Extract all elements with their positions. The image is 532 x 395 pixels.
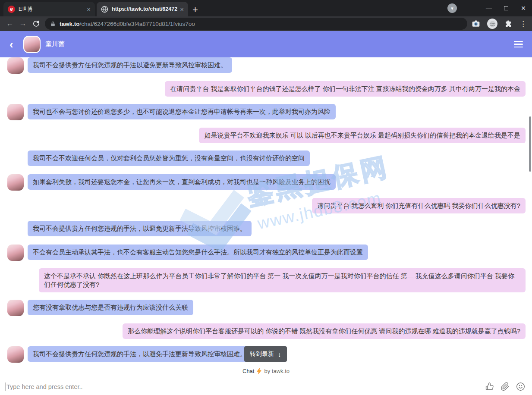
message-bubble: 如果套利失败，我司还要退您本金，让您再来一次，直到套利成功，对我司也是一种风险及… <box>28 174 336 190</box>
maximize-button[interactable] <box>497 0 515 16</box>
chat-message: 不会有会员主动承认其手法，也不会有客服主动告知您您是什么手法。所以我司才有独立的… <box>0 245 532 261</box>
agent-avatar <box>7 57 24 74</box>
new-tab-button[interactable]: + <box>192 6 198 14</box>
chat-message: 如果说贵平台不欢迎我来娱乐 可以 以后再也不来贵平台娱乐 最起码别损失你们的信誉… <box>0 128 532 143</box>
maximize-icon <box>504 6 508 10</box>
tawk-branding[interactable]: Chat by tawk.to <box>0 364 532 377</box>
chat-message: 我司不会提供贵方任何您违规的手法以避免更新导致风控审核困难。 <box>0 57 532 74</box>
agent-avatar <box>7 245 24 261</box>
message-bubble: 如果说贵平台不欢迎我来娱乐 可以 以后再也不来贵平台娱乐 最起码别损失你们的信誉… <box>199 128 526 143</box>
agent-name: 童川蔷 <box>45 40 65 48</box>
tab-close-icon[interactable]: × <box>87 6 91 13</box>
message-input[interactable] <box>6 383 485 390</box>
reload-button[interactable] <box>29 19 42 28</box>
message-bubble: 不会有会员主动承认其手法，也不会有客服主动告知您您是什么手法。所以我司才有独立的… <box>28 245 368 260</box>
smiley-icon[interactable] <box>516 382 525 391</box>
minimize-button[interactable]: — <box>480 0 497 16</box>
chat-message: 我司不会不欢迎任何会员，仅对套利会员惩处皆为重惩，没有商量空间，也没有讨价还价的… <box>0 150 532 167</box>
tab-strip: e E世博 × https://tawk.to/chat/6247266d × … <box>0 0 532 16</box>
back-chevron-icon[interactable]: ‹ <box>9 39 20 50</box>
more-menu-icon[interactable]: ⋮ <box>519 19 527 28</box>
chat-message: 那么你能理解这个说明你们平台客服还是可以的 你说的不错 既然我没有拿你们任何优惠… <box>0 323 532 339</box>
brand-chat-label: Chat <box>242 368 254 374</box>
arrow-down-icon: ↓ <box>278 351 281 358</box>
tabstrip-right: ▾ — × <box>447 0 532 16</box>
globe-favicon-icon <box>101 6 108 13</box>
tab-title: https://tawk.to/chat/6247266d <box>112 6 177 12</box>
lightning-bolt-icon <box>256 368 262 374</box>
profile-avatar-icon[interactable] <box>487 19 497 29</box>
message-bubble: 我司不会提供贵方任何您违规的手法，以避免更新手法导致风控审核困难。 <box>28 221 252 236</box>
message-bubble: 我司不会不欢迎任何会员，仅对套利会员惩处皆为重惩，没有商量空间，也没有讨价还价的… <box>28 150 310 166</box>
thumbs-up-icon[interactable] <box>485 382 494 391</box>
chat-message: 我司也不会与您讨价还价退您多少，也不可能说退您本金让您再申请帐号再来一次，此举对… <box>0 104 532 120</box>
composer <box>0 378 532 395</box>
tab-esbo[interactable]: e E世博 × <box>3 2 95 16</box>
chat-message: 您有没有拿取优惠与您是否有违规行为应该没什么关联 <box>0 300 532 316</box>
composer-icons <box>485 382 525 391</box>
agent-avatar <box>7 346 24 363</box>
browser-window: e E世博 × https://tawk.to/chat/6247266d × … <box>0 0 532 395</box>
media-controls-button[interactable]: ▾ <box>447 3 457 13</box>
message-bubble: 我司不会提供贵方任何您违规的手法以避免更新导致风控审核困难。 <box>28 57 232 73</box>
url-domain: tawk.to <box>60 21 80 27</box>
agent-avatar <box>7 174 24 191</box>
back-button[interactable]: ← <box>3 19 16 28</box>
forward-button[interactable]: → <box>16 19 29 28</box>
message-bubble: 您有没有拿取优惠与您是否有违规行为应该没什么关联 <box>28 300 193 315</box>
tab-tawk-chat[interactable]: https://tawk.to/chat/6247266d × <box>97 2 188 16</box>
jump-to-latest-button[interactable]: 转到最新 ↓ <box>244 346 287 362</box>
close-button[interactable]: × <box>515 0 532 16</box>
chat-header: ‹ 童川蔷 <box>0 31 532 57</box>
url-path: /chat/6247266d0bfe3f4a87710d81/1fvius7oo <box>80 21 195 27</box>
chat-message: 这个不是承不承认 你既然在这上班那么作为平台员工你们非常了解你们的平台 第一 我… <box>0 268 532 292</box>
toolbar-icons: ⋮ <box>472 19 527 29</box>
chat-message: 请问贵平台 我怎么套利 你们充值有什么优惠吗 我要你们什么优惠没有? <box>0 198 532 213</box>
message-bubble: 这个不是承不承认 你既然在这上班那么作为平台员工你们非常了解你们的平台 第一 我… <box>39 268 526 292</box>
secure-lock-icon <box>50 21 56 27</box>
message-bubble: 我司也不会与您讨价还价退您多少，也不可能说退您本金让您再申请帐号再来一次，此举对… <box>28 104 336 119</box>
browser-toolbar: ← → tawk.to/chat/6247266d0bfe3f4a87710d8… <box>0 16 532 31</box>
camera-icon[interactable] <box>472 19 480 28</box>
brand-by-label: by tawk.to <box>264 368 290 374</box>
agent-avatar <box>7 300 24 316</box>
window-controls: — × <box>480 0 532 16</box>
ebet-logo-icon: e <box>8 6 15 13</box>
jump-to-latest-label: 转到最新 <box>250 350 274 358</box>
message-bubble: 在请问贵平台 我是套取你们平台的钱了还是怎么样了 你们一句非法下注 直接冻结我的… <box>165 81 526 97</box>
message-bubble: 那么你能理解这个说明你们平台客服还是可以的 你说的不错 既然我没有拿你们任何优惠… <box>123 323 526 339</box>
paperclip-icon[interactable] <box>501 382 510 391</box>
tab-close-icon[interactable]: × <box>180 6 184 13</box>
menu-hamburger-icon[interactable] <box>514 39 523 50</box>
agent-avatar <box>23 36 41 53</box>
extensions-puzzle-icon[interactable] <box>504 20 513 28</box>
scrollbar-thumb[interactable] <box>529 116 531 172</box>
message-bubble: 请问贵平台 我怎么套利 你们充值有什么优惠吗 我要你们什么优惠没有? <box>312 198 526 213</box>
tab-title: E世博 <box>19 6 84 13</box>
chat-message: 在请问贵平台 我是套取你们平台的钱了还是怎么样了 你们一句非法下注 直接冻结我的… <box>0 81 532 97</box>
address-bar[interactable]: tawk.to/chat/6247266d0bfe3f4a87710d81/1f… <box>45 18 467 30</box>
chat-message: 如果套利失败，我司还要退您本金，让您再来一次，直到套利成功，对我司也是一种风险及… <box>0 174 532 191</box>
chat-messages: 我司不会提供贵方任何您违规的手法以避免更新导致风控审核困难。在请问贵平台 我是套… <box>0 57 532 364</box>
agent-avatar <box>7 104 24 120</box>
chat-message: 我司不会提供贵方任何您违规的手法，以避免更新手法导致风控审核困难。 <box>0 221 532 237</box>
message-bubble: 我司不会提供贵方任何您违规的手法，以避免手法更新导致风控审核困难。 <box>28 346 252 362</box>
